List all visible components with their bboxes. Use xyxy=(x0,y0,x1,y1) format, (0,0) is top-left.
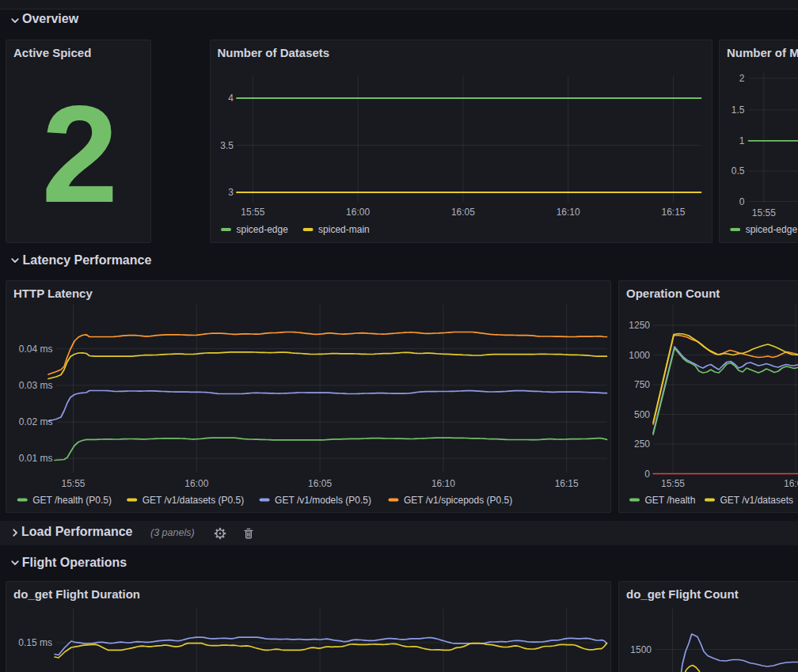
svg-text:0: 0 xyxy=(644,469,650,480)
svg-text:500: 500 xyxy=(634,409,650,420)
svg-text:1250: 1250 xyxy=(629,320,650,331)
svg-text:2: 2 xyxy=(42,77,119,231)
svg-text:16:15: 16:15 xyxy=(555,478,579,489)
svg-text:3: 3 xyxy=(228,187,234,198)
svg-text:0.03 ms: 0.03 ms xyxy=(19,380,53,391)
svg-text:0.01 ms: 0.01 ms xyxy=(19,453,53,464)
svg-text:16:00: 16:00 xyxy=(184,478,208,489)
svg-text:15:55: 15:55 xyxy=(661,478,685,489)
svg-text:spiced-edge: spiced-edge xyxy=(746,224,798,235)
svg-text:16:05: 16:05 xyxy=(308,478,332,489)
svg-text:1500: 1500 xyxy=(630,644,652,655)
svg-text:16:15: 16:15 xyxy=(661,207,685,218)
svg-text:0.04 ms: 0.04 ms xyxy=(19,344,53,355)
svg-text:0: 0 xyxy=(739,196,745,207)
svg-text:750: 750 xyxy=(634,379,650,390)
svg-text:1000: 1000 xyxy=(629,350,650,361)
svg-text:16:10: 16:10 xyxy=(556,207,580,218)
svg-text:0.5: 0.5 xyxy=(732,165,745,177)
svg-text:2: 2 xyxy=(739,73,745,84)
svg-text:16:05: 16:05 xyxy=(450,207,474,218)
svg-text:GET /v1/models (P0.5): GET /v1/models (P0.5) xyxy=(275,495,371,506)
svg-text:15:55: 15:55 xyxy=(241,207,264,218)
svg-text:1: 1 xyxy=(739,135,745,146)
svg-text:GET /health: GET /health xyxy=(645,495,696,506)
svg-text:GET /v1/datasets (P0.5): GET /v1/datasets (P0.5) xyxy=(142,495,245,506)
svg-text:3.5: 3.5 xyxy=(220,140,234,151)
svg-text:spiced-edge: spiced-edge xyxy=(236,224,288,235)
svg-text:250: 250 xyxy=(634,439,650,450)
svg-text:0.02 ms: 0.02 ms xyxy=(19,416,53,427)
svg-text:15:55: 15:55 xyxy=(752,207,776,218)
svg-text:0.15 ms: 0.15 ms xyxy=(18,637,52,648)
svg-text:16:10: 16:10 xyxy=(431,478,455,489)
svg-text:4: 4 xyxy=(228,93,234,104)
svg-text:15:55: 15:55 xyxy=(61,478,85,489)
svg-text:GET /v1/spicepods (P0.5): GET /v1/spicepods (P0.5) xyxy=(404,495,512,506)
svg-text:16:00: 16:00 xyxy=(784,478,798,489)
svg-text:1.5: 1.5 xyxy=(732,104,745,116)
svg-text:GET /health (P0.5): GET /health (P0.5) xyxy=(32,495,112,506)
svg-text:spiced-main: spiced-main xyxy=(318,224,370,235)
svg-text:16:00: 16:00 xyxy=(346,207,370,218)
svg-text:GET /v1/datasets: GET /v1/datasets xyxy=(720,495,794,506)
